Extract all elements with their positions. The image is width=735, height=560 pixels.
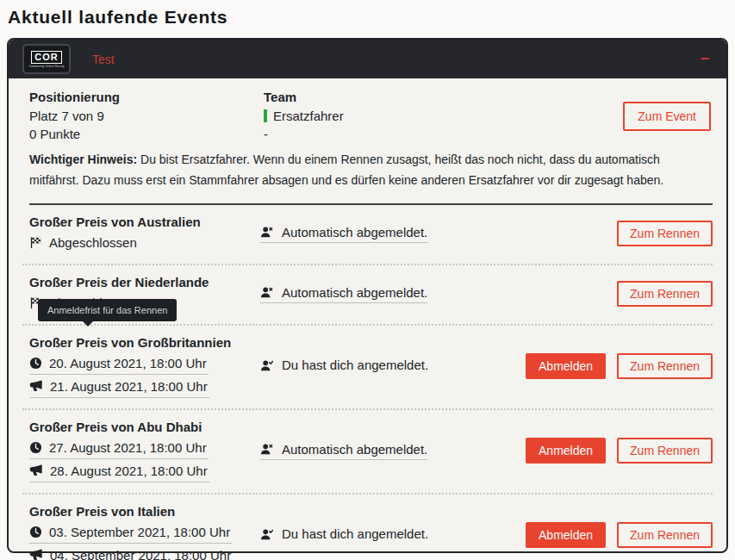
event-info-section: Positionierung Platz 7 von 9 0 Punkte Te… xyxy=(22,82,713,145)
megaphone-icon xyxy=(29,548,43,560)
abmelden-button[interactable]: Abmelden xyxy=(526,522,606,548)
registration-text: Automatisch abgemeldet. xyxy=(282,442,427,457)
race-deadline: 03. September 2021, 18:00 Uhr xyxy=(49,525,230,539)
zum-rennen-button[interactable]: Zum Rennen xyxy=(617,281,713,307)
cor-logo-subtext: Community Online Racing xyxy=(29,65,65,68)
race-row-abu-dhabi: Großer Preis von Abu Dhabi 27. August 20… xyxy=(22,408,713,493)
race-start-row[interactable]: 28. August 2021, 18:00 Uhr xyxy=(29,462,209,482)
important-notice: Wichtiger Hinweis: Du bist Ersatzfahrer.… xyxy=(22,145,713,203)
race-deadline: 27. August 2021, 18:00 Uhr xyxy=(49,440,207,455)
race-start-row[interactable]: 21. August 2021, 18:00 Uhr xyxy=(29,377,209,398)
person-x-icon xyxy=(260,442,274,456)
race-row-grossbritannien: Anmeldefrist für das Rennen Großer Preis… xyxy=(22,324,713,408)
race-name: Großer Preis von Großbritannien xyxy=(29,335,260,350)
event-card-body: Positionierung Platz 7 von 9 0 Punkte Te… xyxy=(9,78,726,560)
race-name: Großer Preis von Australien xyxy=(29,215,260,229)
registration-text: Du hast dich angemeldet. xyxy=(282,358,428,372)
registration-text: Automatisch abgemeldet. xyxy=(282,225,427,240)
registration-status: Du hast dich angemeldet. xyxy=(260,526,428,544)
registration-status[interactable]: Automatisch abgemeldet. xyxy=(260,285,427,303)
event-card: COR Community Online Racing Test – Posit… xyxy=(7,38,728,553)
zum-rennen-button[interactable]: Zum Rennen xyxy=(617,522,713,548)
megaphone-icon xyxy=(29,379,43,393)
team-role-row: Ersatzfahrer xyxy=(264,107,623,125)
zum-event-button[interactable]: Zum Event xyxy=(623,102,711,131)
zum-rennen-button[interactable]: Zum Rennen xyxy=(617,221,713,246)
abmelden-button[interactable]: Abmelden xyxy=(526,353,606,379)
team-points: - xyxy=(264,125,623,143)
race-deadline: 20. August 2021, 18:00 Uhr xyxy=(49,356,207,370)
team-column: Team Ersatzfahrer - xyxy=(264,90,623,143)
race-start: 04. September 2021, 18:00 Uhr xyxy=(50,548,231,560)
person-x-icon xyxy=(260,285,274,299)
person-check-icon xyxy=(260,358,274,372)
registration-status[interactable]: Automatisch abgemeldet. xyxy=(260,225,427,243)
positioning-column: Positionierung Platz 7 von 9 0 Punkte xyxy=(29,90,264,143)
person-x-icon xyxy=(260,225,274,239)
team-role: Ersatzfahrer xyxy=(273,107,344,125)
anmelden-button[interactable]: Anmelden xyxy=(526,438,606,464)
race-start: 21. August 2021, 18:00 Uhr xyxy=(50,379,208,394)
team-label: Team xyxy=(264,90,623,104)
zum-rennen-button[interactable]: Zum Rennen xyxy=(617,438,713,464)
megaphone-icon xyxy=(29,464,43,477)
race-row-italien: Großer Preis von Italien 03. September 2… xyxy=(22,493,713,560)
race-status-row: Abgeschlossen xyxy=(29,233,139,253)
person-check-icon xyxy=(260,527,274,541)
race-name: Großer Preis der Niederlande xyxy=(29,275,260,289)
registration-text: Automatisch abgemeldet. xyxy=(282,285,427,300)
positioning-label: Positionierung xyxy=(29,90,264,104)
race-start-row[interactable]: 04. September 2021, 18:00 Uhr xyxy=(29,546,233,560)
race-start: 28. August 2021, 18:00 Uhr xyxy=(50,464,208,478)
team-color-bar xyxy=(264,109,267,122)
registration-text: Du hast dich angemeldet. xyxy=(282,526,428,541)
checkered-flag-icon xyxy=(29,236,42,249)
race-name: Großer Preis von Abu Dhabi xyxy=(29,420,260,434)
clock-icon xyxy=(29,357,42,370)
page-title: Aktuell laufende Events xyxy=(0,0,735,33)
race-deadline-row[interactable]: 03. September 2021, 18:00 Uhr xyxy=(29,523,232,544)
race-deadline-row[interactable]: 27. August 2021, 18:00 Uhr xyxy=(29,439,209,459)
notice-label: Wichtiger Hinweis: xyxy=(29,152,137,166)
registration-status: Du hast dich angemeldet. xyxy=(260,358,428,375)
cor-logo: COR Community Online Racing xyxy=(22,44,71,74)
event-name: Test xyxy=(92,53,115,66)
positioning-place: Platz 7 von 9 xyxy=(29,107,264,125)
collapse-icon[interactable]: – xyxy=(697,48,713,67)
tooltip-anmeldefrist: Anmeldefrist für das Rennen xyxy=(38,299,177,321)
race-name: Großer Preis von Italien xyxy=(29,504,260,519)
clock-icon xyxy=(29,441,42,454)
positioning-points: 0 Punkte xyxy=(29,125,264,143)
event-card-header[interactable]: COR Community Online Racing Test – xyxy=(9,40,726,78)
cor-logo-text: COR xyxy=(31,51,61,64)
zum-rennen-button[interactable]: Zum Rennen xyxy=(617,353,713,379)
race-status: Abgeschlossen xyxy=(49,235,137,250)
registration-status[interactable]: Automatisch abgemeldet. xyxy=(260,442,427,460)
race-row-australien: Großer Preis von Australien Abgeschlosse… xyxy=(22,205,713,264)
race-deadline-row[interactable]: 20. August 2021, 18:00 Uhr xyxy=(29,354,209,375)
clock-icon xyxy=(29,526,42,538)
